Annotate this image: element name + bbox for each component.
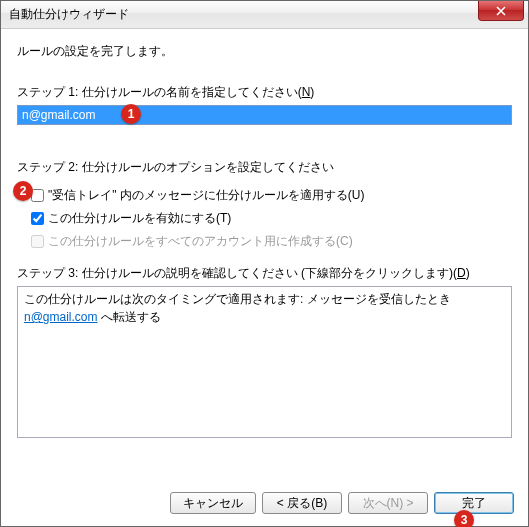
desc-email-link[interactable]: n@gmail.com (24, 310, 98, 324)
wizard-window: 自動仕分けウィザード ルールの設定を完了します。 ステップ 1: 仕分けルールの… (0, 0, 529, 527)
option-all-accounts-row: この仕分けルールをすべてのアカウント用に作成する(C) (17, 230, 512, 253)
step1-row: 1 (17, 105, 512, 125)
option-all-accounts-label: この仕分けルールをすべてのアカウント用に作成する(C) (48, 233, 353, 250)
step1-label: ステップ 1: 仕分けルールの名前を指定してください(N) (17, 84, 512, 101)
option-all-accounts-checkbox (31, 235, 44, 248)
option-apply-inbox-row: "受信トレイ" 内のメッセージに仕分けルールを適用する(U) (17, 184, 512, 207)
annotation-badge-3: 3 (454, 510, 474, 527)
intro-text: ルールの設定を完了します。 (17, 43, 512, 60)
window-title: 自動仕分けウィザード (9, 6, 129, 23)
close-button[interactable] (478, 1, 524, 21)
annotation-badge-2: 2 (13, 181, 33, 201)
button-bar: キャンセル < 戻る(B) 次へ(N) > 完了 3 (1, 482, 528, 526)
option-enable-rule-label: この仕分けルールを有効にする(T) (48, 210, 231, 227)
rule-description-box[interactable]: この仕分けルールは次のタイミングで適用されます: メッセージを受信したとき n@… (17, 286, 512, 438)
annotation-badge-1: 1 (121, 104, 141, 124)
step2-options: 2 "受信トレイ" 内のメッセージに仕分けルールを適用する(U) この仕分けルー… (17, 184, 512, 253)
titlebar: 自動仕分けウィザード (1, 1, 528, 29)
option-enable-rule-checkbox[interactable] (31, 212, 44, 225)
step3-label: ステップ 3: 仕分けルールの説明を確認してください (下線部分をクリックします… (17, 265, 512, 282)
option-apply-inbox-label: "受信トレイ" 内のメッセージに仕分けルールを適用する(U) (48, 187, 365, 204)
desc-line-2: n@gmail.com へ転送する (24, 309, 505, 326)
finish-button[interactable]: 完了 (434, 492, 514, 514)
desc-line-1: この仕分けルールは次のタイミングで適用されます: メッセージを受信したとき (24, 291, 505, 308)
option-enable-rule-row: この仕分けルールを有効にする(T) (17, 207, 512, 230)
close-icon (496, 6, 506, 16)
content-area: ルールの設定を完了します。 ステップ 1: 仕分けルールの名前を指定してください… (1, 29, 528, 482)
back-button[interactable]: < 戻る(B) (262, 492, 342, 514)
rule-name-input[interactable] (17, 105, 512, 125)
step2-label: ステップ 2: 仕分けルールのオプションを設定してください (17, 159, 512, 176)
step3-area: ステップ 3: 仕分けルールの説明を確認してください (下線部分をクリックします… (17, 265, 512, 438)
next-button: 次へ(N) > (348, 492, 428, 514)
cancel-button[interactable]: キャンセル (170, 492, 256, 514)
